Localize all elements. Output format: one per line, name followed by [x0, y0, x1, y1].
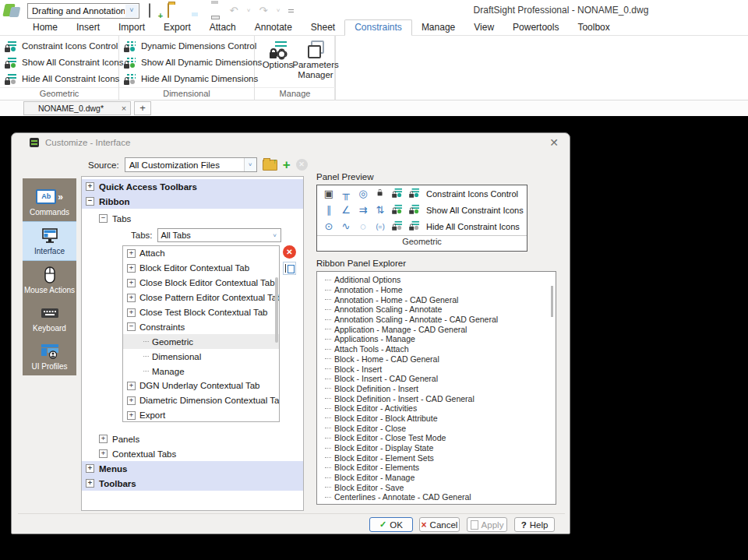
delete-tab-button[interactable]: ✕ [283, 245, 296, 259]
explorer-item[interactable]: Centerlines - Annotate - CAD General [317, 492, 556, 502]
expand-icon[interactable]: + [127, 264, 136, 273]
save-button[interactable] [188, 4, 202, 18]
close-tab-icon[interactable]: × [118, 104, 130, 113]
sidebar-item-commands[interactable]: Ab»Commands [23, 183, 76, 221]
menu-tab-attach[interactable]: Attach [200, 20, 245, 35]
tab-list-item[interactable]: Geometric [123, 334, 279, 349]
expand-icon[interactable]: + [127, 411, 136, 420]
tree-node-panels[interactable]: + Panels [82, 431, 303, 446]
explorer-item[interactable]: Block Definition - Insert [317, 384, 556, 394]
expand-icon[interactable]: + [86, 182, 94, 191]
hide-all-dynamic-dimensions-button[interactable]: Hide All Dynamic Dimensions [124, 70, 254, 86]
redo-menu-button[interactable]: ˅ [275, 7, 281, 14]
document-tab[interactable]: NONAME_0.dwg* × [23, 101, 131, 115]
menu-tab-view[interactable]: View [464, 20, 503, 35]
tab-list-item[interactable]: −Constraints [123, 319, 279, 334]
tab-list-item[interactable]: Manage [123, 364, 279, 379]
expand-icon[interactable]: + [127, 249, 136, 258]
scrollbar-thumb[interactable] [551, 286, 553, 317]
menu-tab-constraints[interactable]: Constraints [344, 19, 412, 36]
show-all-dynamic-dimensions-button[interactable]: Show All Dynamic Dimensions [124, 54, 254, 70]
menu-tab-toolbox[interactable]: Toolbox [568, 20, 619, 35]
scrollbar-thumb[interactable] [275, 277, 278, 343]
tab-list-item[interactable]: Dimensional [123, 349, 279, 364]
expand-icon[interactable]: + [127, 279, 136, 287]
menu-tab-insert[interactable]: Insert [67, 20, 109, 35]
explorer-item[interactable]: Block Editor - Close Test Mode [317, 433, 556, 443]
collapse-icon[interactable]: − [99, 214, 108, 223]
expand-icon[interactable]: + [127, 382, 136, 390]
print-button[interactable] [208, 4, 222, 18]
open-button[interactable] [168, 4, 182, 18]
new-document-tab-button[interactable]: + [134, 101, 151, 115]
ok-button[interactable]: ✓ OK [369, 517, 413, 532]
explorer-item[interactable]: Block Editor - Close [317, 423, 556, 433]
explorer-item[interactable]: Block Editor - Elements [317, 463, 556, 473]
tree-node-toolbars[interactable]: + Toolbars [82, 476, 303, 491]
workspace-dropdown[interactable]: Drafting and Annotation ˅ [27, 3, 139, 19]
menu-tab-home[interactable]: Home [23, 20, 67, 35]
show-all-constraint-icons-button[interactable]: Show All Constraint Icons [5, 54, 118, 70]
expand-icon[interactable]: + [86, 464, 94, 473]
explorer-item[interactable]: Annotation - Home [317, 285, 556, 295]
explorer-item[interactable]: Block Definition - Insert - CAD General [317, 393, 556, 403]
menu-tab-sheet[interactable]: Sheet [302, 20, 344, 35]
dialog-close-icon[interactable]: ✕ [546, 135, 562, 150]
collapse-icon[interactable]: − [86, 197, 94, 206]
redo-button[interactable]: ↷ [258, 4, 269, 18]
source-dropdown[interactable]: All Customization Files ˅ [125, 157, 257, 172]
tree-node-quick-access-toolbars[interactable]: + Quick Access Toolbars [82, 179, 303, 194]
menu-tab-manage[interactable]: Manage [412, 20, 464, 35]
explorer-item[interactable]: Block Editor - Manage [317, 473, 556, 483]
cancel-button[interactable]: × Cancel [419, 517, 460, 532]
explorer-item[interactable]: Block - Home - CAD General [317, 354, 556, 365]
menu-tab-export[interactable]: Export [154, 20, 200, 35]
tab-list-item[interactable]: +Close Pattern Editor Contextual Tab [123, 291, 279, 305]
options-button[interactable]: Options [259, 37, 296, 87]
undo-button[interactable]: ↶ [228, 4, 239, 18]
explorer-item[interactable]: Block Editor - Block Attribute [317, 414, 556, 424]
add-customization-file-button[interactable]: + [283, 158, 291, 171]
tab-list-item[interactable]: +Diametric Dimension Contextual Tab [123, 393, 279, 408]
expand-icon[interactable]: + [86, 479, 94, 488]
tab-list-item[interactable]: +Close Block Editor Contextual Tab [123, 276, 279, 291]
expand-icon[interactable]: + [127, 308, 136, 317]
new-file-button[interactable] [147, 4, 161, 18]
dynamic-dimensions-control-button[interactable]: Dynamic Dimensions Control [124, 37, 254, 54]
tree-node-contextual-tabs[interactable]: + Contextual Tabs [82, 446, 303, 461]
constraint-icons-control-button[interactable]: Constraint Icons Control [5, 37, 118, 54]
help-button[interactable]: ? Help [514, 517, 555, 532]
sidebar-item-interface[interactable]: Interface [23, 221, 76, 261]
explorer-item[interactable]: Annotation - Home - CAD General [317, 294, 556, 305]
remove-customization-file-button-disabled[interactable]: ✕ [296, 159, 308, 171]
open-customization-file-button[interactable] [263, 160, 277, 171]
menu-tab-powertools[interactable]: Powertools [503, 20, 568, 35]
hide-all-constraint-icons-button[interactable]: Hide All Constraint Icons [5, 70, 118, 86]
tab-list-item[interactable]: +Block Editor Contextual Tab [123, 261, 279, 276]
explorer-item[interactable]: Block Editor - Display State [317, 443, 556, 453]
rename-tab-button[interactable] [283, 262, 296, 275]
collapse-icon[interactable]: − [127, 322, 136, 331]
sidebar-item-mouse-actions[interactable]: Mouse Actions [23, 261, 76, 299]
tab-list-item[interactable]: +Attach [123, 246, 279, 261]
qat-more-button[interactable] [288, 4, 295, 18]
expand-icon[interactable]: + [127, 396, 136, 405]
sidebar-item-ui-profiles[interactable]: UI Profiles [23, 337, 76, 375]
parameters-manager-button[interactable]: Parameters Manager [296, 37, 335, 87]
apply-button[interactable]: Apply [467, 517, 507, 532]
undo-menu-button[interactable]: ˅ [245, 7, 252, 14]
menu-tab-annotate[interactable]: Annotate [245, 20, 302, 35]
expand-icon[interactable]: + [99, 435, 108, 443]
tab-list-item[interactable]: +Export [123, 408, 279, 422]
tab-list-item[interactable]: +Close Test Block Contextual Tab [123, 305, 279, 320]
explorer-item[interactable]: Annotation Scaling - Annotate [317, 305, 556, 315]
explorer-item[interactable]: Block Editor - Activities [317, 403, 556, 414]
expand-icon[interactable]: + [127, 294, 136, 302]
explorer-item[interactable]: Attach Tools - Attach [317, 344, 556, 354]
explorer-item[interactable]: Block Editor - Element Sets [317, 453, 556, 463]
tree-node-ribbon[interactable]: − Ribbon [82, 194, 303, 209]
explorer-item[interactable]: Applications - Manage [317, 334, 556, 344]
explorer-item[interactable]: Application - Manage - CAD General [317, 324, 556, 334]
explorer-item[interactable]: Block Editor - Save [317, 482, 556, 492]
explorer-item[interactable]: Block - Insert - CAD General [317, 374, 556, 384]
